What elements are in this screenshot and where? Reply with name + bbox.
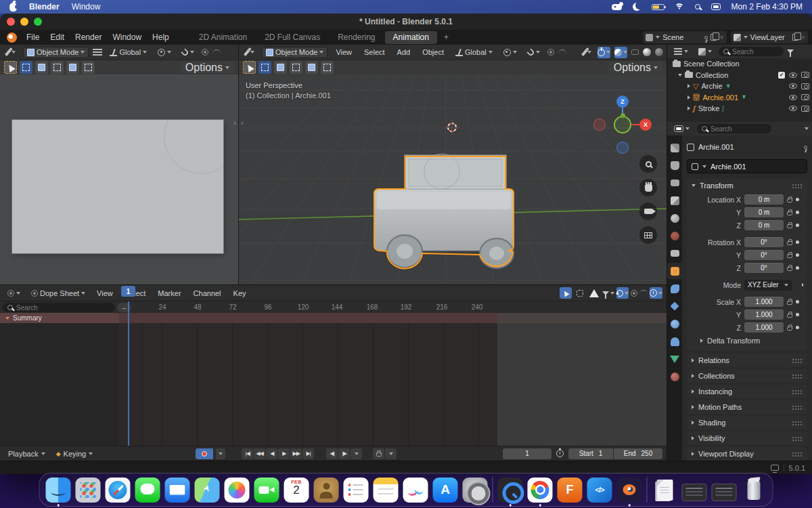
menu-edit[interactable]: Edit [45, 31, 70, 43]
rotation-y-field[interactable]: 0° [744, 250, 784, 260]
animate-dot[interactable] [796, 266, 799, 270]
dock-notes-icon[interactable] [374, 478, 399, 503]
play-button[interactable]: ▶ [278, 448, 290, 459]
battery-icon[interactable] [652, 4, 664, 10]
summary-track-band[interactable] [119, 313, 667, 323]
lock-icon[interactable] [787, 301, 792, 305]
transform-panel-header[interactable]: Transform [687, 179, 807, 192]
summary-channel[interactable]: Summary [0, 313, 119, 323]
prev-keyframe-button[interactable]: ◀◀ [254, 448, 265, 459]
delta-transform-header[interactable]: Delta Transform [691, 335, 803, 347]
new-viewlayer-icon[interactable] [792, 34, 798, 41]
section-shading[interactable]: Shading [687, 416, 807, 429]
menu-help[interactable]: Help [147, 31, 175, 43]
proportional-edit-icon[interactable] [547, 49, 554, 56]
spotlight-search-icon[interactable] [695, 4, 700, 9]
wifi-icon[interactable] [675, 3, 684, 10]
hide-eye-icon[interactable] [789, 95, 797, 100]
menubar-app-name[interactable]: Blender [29, 2, 60, 12]
lock-icon[interactable] [787, 314, 792, 318]
menu-select[interactable]: Select [360, 48, 389, 56]
control-center-icon[interactable] [711, 3, 721, 10]
location-y-field[interactable]: 0 m [744, 207, 784, 217]
animate-dot[interactable] [796, 198, 799, 201]
outliner-search-input[interactable] [732, 48, 771, 56]
outliner-row-scene-collection[interactable]: Scene Collection [667, 58, 812, 70]
playhead[interactable] [128, 301, 129, 446]
drag-grip-icon[interactable] [792, 358, 803, 363]
location-z-field[interactable]: 0 m [744, 220, 784, 230]
camera-view-button[interactable] [639, 203, 657, 220]
orientation-dropdown[interactable]: Global [452, 47, 496, 58]
viewport-3d-canvas[interactable]: User Perspective (1) Collection | Archie… [239, 75, 667, 284]
snap-dropdown[interactable] [179, 47, 198, 58]
proportional-edit-icon[interactable] [202, 49, 208, 56]
dock-system-settings-icon[interactable] [463, 478, 488, 503]
region-toggle-arrow[interactable]: ‹ [233, 119, 236, 127]
rotation-z-field[interactable]: 0° [744, 263, 784, 273]
tab-object[interactable] [667, 263, 682, 279]
editor-type-button[interactable] [4, 287, 24, 299]
menu-marker[interactable]: Marker [154, 289, 185, 297]
disable-render-icon[interactable] [801, 72, 809, 78]
options-dropdown[interactable]: Options [181, 62, 234, 73]
dock-launchpad-icon[interactable] [76, 478, 101, 503]
blender-logo-icon[interactable] [7, 33, 17, 43]
lock-icon[interactable] [787, 241, 792, 245]
window-titlebar[interactable]: * Untitled - Blender 5.0.1 [0, 14, 812, 30]
menu-key[interactable]: Key [229, 289, 250, 297]
location-x-field[interactable]: 0 m [744, 194, 784, 205]
tab-output[interactable] [667, 175, 682, 191]
drag-grip-icon[interactable] [792, 436, 803, 441]
falloff-curve-icon[interactable] [558, 49, 566, 56]
shading-solid-icon[interactable] [643, 48, 651, 56]
select-circle-tool-button[interactable] [35, 61, 48, 74]
unlink-scene-icon[interactable]: × [719, 34, 723, 41]
collapse-icon[interactable] [5, 317, 9, 320]
section-collections[interactable]: Collections [687, 369, 807, 383]
drawing-paper[interactable] [12, 120, 223, 253]
next-frame-button[interactable]: |▶ [338, 448, 350, 459]
lock-icon[interactable] [787, 267, 792, 271]
region-toggle-arrow[interactable]: ‹ [241, 119, 244, 127]
lock-icon[interactable] [787, 254, 792, 258]
scale-x-field[interactable]: 1.000 [744, 297, 784, 307]
falloff-curve-icon[interactable] [212, 49, 221, 56]
dock-reminders-icon[interactable] [344, 478, 369, 503]
zoom-button[interactable] [639, 155, 657, 173]
dock-chrome-icon[interactable] [528, 478, 553, 503]
channel-search[interactable] [3, 303, 115, 312]
transform-tool-button[interactable] [321, 61, 334, 74]
proportional-edit-icon[interactable] [631, 290, 637, 297]
disable-render-icon[interactable] [801, 106, 809, 112]
current-frame-badge[interactable]: 1 [121, 286, 135, 297]
transform-tool-button[interactable] [82, 61, 95, 74]
expand-icon[interactable] [687, 96, 690, 100]
lock-icon[interactable] [787, 326, 792, 331]
select-box-tool-button[interactable] [258, 61, 271, 74]
channel-region[interactable]: Summary [0, 313, 667, 446]
dock-vscode-icon[interactable]: </> [587, 478, 612, 503]
outliner-row-archie[interactable]: ▽ Archie ▼ [667, 81, 812, 92]
canvas-2d[interactable]: ‹ [0, 75, 238, 284]
tab-scene[interactable] [667, 210, 682, 226]
drag-grip-icon[interactable] [792, 452, 803, 457]
add-workspace-button[interactable]: + [438, 31, 454, 44]
game-controller-icon[interactable] [612, 4, 622, 10]
menu-object[interactable]: Object [418, 48, 448, 56]
filter-dropdown[interactable] [602, 287, 614, 299]
dock-contacts-icon[interactable] [314, 478, 339, 503]
dock-app-store-icon[interactable]: A [433, 478, 458, 503]
viewlayer-name[interactable]: ViewLayer [750, 33, 790, 41]
dock-blender-icon[interactable] [617, 478, 642, 503]
navigation-gizmo[interactable]: Z X [593, 96, 652, 154]
menu-add[interactable]: Add [393, 48, 415, 56]
hamburger-menu-icon[interactable] [93, 49, 102, 56]
gizmo-negz-handle[interactable] [616, 142, 629, 154]
disable-render-icon[interactable] [801, 83, 809, 89]
orientation-dropdown[interactable]: Global [106, 47, 150, 58]
jump-to-start-button[interactable]: |◀ [242, 448, 253, 459]
disable-render-icon[interactable] [801, 94, 809, 100]
expand-icon[interactable] [687, 106, 690, 110]
rotation-mode-dropdown[interactable]: XYZ Euler [744, 280, 792, 291]
